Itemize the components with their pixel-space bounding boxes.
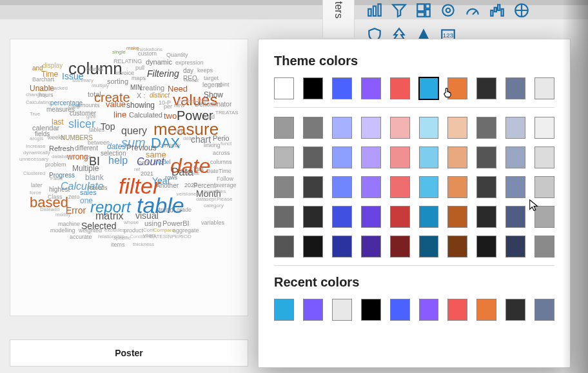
page-tab-poster[interactable]: Poster	[115, 348, 143, 358]
cloud-word[interactable]: invokations	[137, 47, 162, 52]
cloud-word[interactable]: TREATAS	[215, 110, 239, 116]
recent-color-swatch[interactable]	[361, 299, 381, 321]
cloud-word[interactable]: specific	[113, 236, 131, 241]
cloud-word[interactable]: Class	[48, 194, 63, 200]
shade-color-swatch[interactable]	[505, 146, 525, 168]
shade-color-swatch[interactable]	[361, 146, 381, 168]
cloud-word[interactable]: Increase	[26, 144, 46, 149]
cloud-word[interactable]: whose	[124, 220, 139, 225]
cloud-word[interactable]: problem	[45, 162, 66, 168]
cloud-word[interactable]: correctly	[159, 143, 181, 148]
cloud-word[interactable]: items	[111, 242, 125, 248]
cloud-word[interactable]: Perio	[213, 135, 230, 142]
shade-color-swatch[interactable]	[505, 236, 525, 257]
shade-color-swatch[interactable]	[505, 176, 525, 198]
cloud-word[interactable]: new	[174, 103, 185, 108]
cloud-word[interactable]: True	[30, 112, 40, 117]
shade-color-swatch[interactable]	[447, 206, 467, 228]
cloud-word[interactable]: unnecessary	[19, 157, 48, 162]
cloud-word[interactable]: trend	[159, 207, 173, 214]
cloud-word[interactable]: Multiple	[72, 165, 99, 172]
cloud-word[interactable]: model	[155, 159, 171, 165]
cloud-word[interactable]: Clustered	[23, 171, 45, 176]
cloud-word[interactable]: MIN	[130, 85, 142, 91]
cloud-word[interactable]: machine	[58, 221, 80, 227]
cloud-word[interactable]: summary	[72, 78, 93, 83]
shade-color-swatch[interactable]	[419, 117, 439, 139]
cloud-word[interactable]: weeks	[48, 135, 64, 141]
shade-color-swatch[interactable]	[419, 236, 439, 257]
stacked-bar-icon[interactable]	[366, 1, 384, 19]
shade-color-swatch[interactable]	[534, 176, 554, 198]
cloud-word[interactable]: same	[146, 150, 166, 159]
shade-color-swatch[interactable]	[303, 176, 323, 198]
cloud-word[interactable]: single	[112, 50, 126, 55]
cloud-word[interactable]: recent	[184, 78, 199, 83]
recent-color-swatch[interactable]	[505, 299, 525, 321]
cloud-word[interactable]: maps	[132, 76, 146, 81]
theme-color-swatch[interactable]	[332, 77, 352, 99]
cloud-word[interactable]: excludes	[104, 228, 125, 233]
funnel-icon[interactable]	[390, 1, 408, 19]
cloud-word[interactable]: accurate	[70, 234, 92, 240]
cloud-word[interactable]: DateTime	[206, 168, 231, 174]
theme-color-swatch[interactable]	[303, 77, 323, 99]
shade-color-swatch[interactable]	[534, 206, 554, 228]
cloud-word[interactable]: funct	[220, 141, 231, 146]
cloud-word[interactable]: different	[75, 145, 98, 152]
recent-color-swatch[interactable]	[390, 299, 410, 321]
cloud-word[interactable]: arcgis	[30, 136, 43, 141]
cloud-word[interactable]: and	[32, 65, 43, 72]
theme-color-swatch[interactable]	[361, 77, 381, 99]
cloud-word[interactable]: rows	[165, 175, 177, 181]
cloud-word[interactable]: using	[144, 220, 161, 227]
cloud-word[interactable]: later	[31, 183, 43, 188]
shade-color-swatch[interactable]	[303, 206, 323, 228]
shade-color-swatch[interactable]	[361, 176, 381, 198]
cloud-word[interactable]: ref	[134, 167, 140, 172]
cloud-word[interactable]: force	[30, 190, 41, 196]
shade-color-swatch[interactable]	[476, 117, 496, 139]
cloud-word[interactable]: variables	[201, 220, 224, 226]
shade-color-swatch[interactable]	[476, 206, 496, 228]
cloud-word[interactable]: linking	[204, 143, 220, 148]
shade-color-swatch[interactable]	[419, 176, 439, 198]
cloud-word[interactable]: target	[204, 76, 219, 81]
cloud-word[interactable]: mrevised	[178, 99, 196, 103]
shade-color-swatch[interactable]	[447, 176, 467, 198]
shade-color-swatch[interactable]	[505, 206, 525, 228]
cloud-word[interactable]: last	[52, 118, 64, 126]
shade-color-swatch[interactable]	[447, 146, 467, 168]
cloud-word[interactable]: blanks	[86, 66, 103, 72]
shade-color-swatch[interactable]	[274, 146, 294, 168]
cloud-word[interactable]: tables	[89, 127, 104, 133]
cloud-word[interactable]: thickness	[133, 242, 154, 247]
recent-color-swatch[interactable]	[419, 299, 439, 321]
cloud-word[interactable]: two	[164, 112, 177, 120]
cloud-word[interactable]: Stacked	[49, 86, 68, 91]
shade-color-swatch[interactable]	[447, 236, 467, 257]
shade-color-swatch[interactable]	[476, 176, 496, 198]
cloud-word[interactable]: modify	[55, 212, 71, 217]
cloud-word[interactable]: Filtering	[147, 69, 179, 78]
cloud-word[interactable]: query	[121, 126, 147, 136]
cloud-word[interactable]: aggregate	[173, 228, 199, 234]
theme-color-swatch[interactable]	[476, 77, 496, 99]
theme-color-swatch[interactable]	[274, 77, 294, 99]
cloud-word[interactable]: Refresh	[49, 145, 74, 152]
theme-color-swatch[interactable]	[447, 77, 467, 99]
cloud-word[interactable]: Please	[217, 197, 232, 202]
cloud-word[interactable]: display	[43, 63, 63, 69]
shade-color-swatch[interactable]	[332, 236, 352, 257]
cloud-word[interactable]: changing	[26, 92, 46, 97]
cloud-word[interactable]: value	[106, 100, 126, 108]
cloud-word[interactable]: multi	[197, 97, 208, 103]
cloud-word[interactable]: vs	[85, 154, 91, 160]
cloud-word[interactable]: Follow	[217, 176, 233, 182]
cloud-word[interactable]: modelling	[50, 228, 75, 234]
cloud-word[interactable]: pull	[135, 65, 144, 71]
shade-color-swatch[interactable]	[303, 117, 323, 139]
shade-color-swatch[interactable]	[361, 236, 381, 257]
cloud-word[interactable]: selection	[101, 150, 126, 157]
shade-color-swatch[interactable]	[361, 206, 381, 228]
